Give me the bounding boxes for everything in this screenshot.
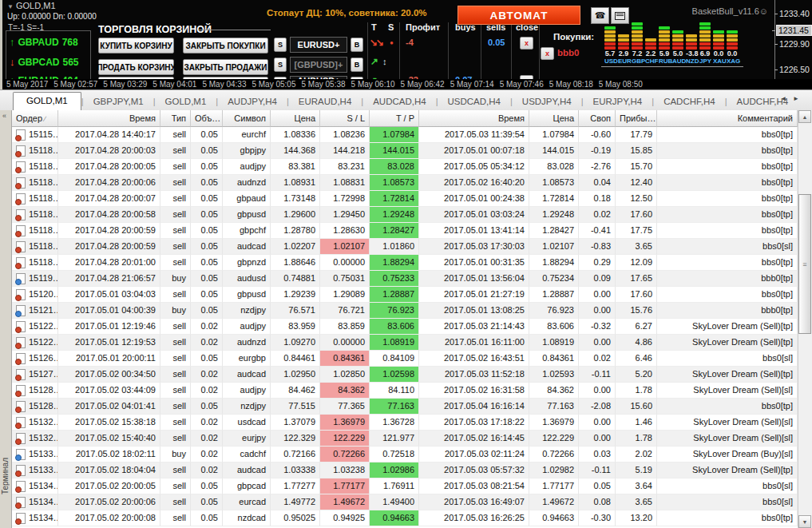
currency-code: GBP <box>632 58 643 65</box>
scroll-up-button[interactable]: ▲ <box>798 110 811 123</box>
cell: usdcad <box>223 415 271 431</box>
cell: 0.29 <box>579 255 616 271</box>
cell: sell <box>160 462 191 478</box>
table-row[interactable]: 15118…2017.04.28 20:00:05sell0.05audjpy8… <box>12 159 798 175</box>
table-row[interactable]: 15118…2017.04.28 20:00:58sell0.05gbpusd1… <box>12 207 798 223</box>
chart-tab[interactable]: EURAUD,H4 <box>289 94 361 110</box>
table-row[interactable]: 15122…2017.05.01 12:19:53sell0.02audnzd1… <box>12 335 798 351</box>
scroll-down-button[interactable]: ▼ <box>798 515 811 528</box>
close-buys-button[interactable]: ЗАКРЫТЬ ПОКУПКИ <box>183 38 268 54</box>
grid-separator <box>367 22 368 79</box>
column-header[interactable]: Время <box>58 110 160 127</box>
table-row[interactable]: 15118…2017.04.28 20:00:07sell0.05gbpaud1… <box>12 191 798 207</box>
table-row[interactable]: 15118…2017.04.28 20:00:06sell0.05audnzd1… <box>12 175 798 191</box>
cell: audusd <box>223 271 271 287</box>
table-row[interactable]: 15118…2017.04.28 20:00:59sell0.05gbpchf1… <box>12 223 798 239</box>
table-row[interactable]: 15126…2017.05.01 20:00:11sell0.05eurgbp0… <box>12 351 798 367</box>
table-row[interactable]: 15133…2017.05.02 18:02:11buy0.02cadchf0.… <box>12 447 798 462</box>
cell: 1.29450 <box>320 207 370 223</box>
vertical-scrollbar[interactable]: ▲ ▼ <box>798 110 812 528</box>
cell: 15118… <box>12 159 58 175</box>
cell: bbb0[tp] <box>657 303 798 319</box>
chart-tab[interactable]: GOLD,M1 <box>13 92 81 110</box>
column-header[interactable]: Объ… <box>191 110 223 127</box>
column-header[interactable]: Тип <box>160 110 191 127</box>
cell: 83.859 <box>320 319 370 335</box>
cell: 1.28427 <box>370 223 419 239</box>
cell: 83.606 <box>370 319 419 335</box>
tab-scroll-arrows[interactable]: ◄► <box>780 95 806 102</box>
cell: 0.00000 <box>320 335 370 351</box>
cell: 0.00 <box>579 303 616 319</box>
cell: 5.20 <box>616 367 657 383</box>
column-header[interactable]: Символ <box>223 110 271 127</box>
scrollbar-thumb[interactable] <box>798 194 811 334</box>
sell-symbol-button[interactable]: S <box>274 58 287 72</box>
cell: 1.08336 <box>271 127 320 143</box>
buy-symbol-button[interactable]: B <box>351 58 363 72</box>
cell: 2017.05.01 00:24:38 <box>419 191 529 207</box>
table-row[interactable]: 15118…2017.04.28 20:01:00sell0.05gbpnzd1… <box>12 255 798 271</box>
chart-tab[interactable]: USDJPY,H4 <box>513 94 581 110</box>
table-row[interactable]: 15133…2017.05.02 18:04:04sell0.02audcad1… <box>12 462 798 478</box>
cell: 0.75233 <box>370 271 419 287</box>
column-header[interactable]: Ордер ∕ <box>12 110 58 127</box>
table-row[interactable]: 15118…2017.04.28 20:00:03sell0.05gbpjpy1… <box>12 143 798 159</box>
cell: 144.015 <box>529 143 579 159</box>
close-row-button[interactable]: x <box>520 37 533 50</box>
cell: 12.40 <box>616 175 657 191</box>
cell: 1.03238 <box>320 462 370 478</box>
chart-tab[interactable]: AUDCAD,H4 <box>363 94 435 110</box>
table-row[interactable]: 15121…2017.05.01 04:00:39buy0.05nzdjpy76… <box>12 303 798 319</box>
chart-tab[interactable]: GOLD,M1 <box>156 94 216 110</box>
automat-button[interactable]: АВТОМАТ <box>457 6 580 25</box>
cell: 2017.05.02 16:40:20 <box>419 175 529 191</box>
table-row[interactable]: 15119…2017.04.28 21:06:57buy0.05audusd0.… <box>12 271 798 287</box>
chart-tab[interactable]: USDCAD,H4 <box>438 94 510 110</box>
cell: 83.028 <box>370 159 419 175</box>
table-row[interactable]: 15132…2017.05.02 15:38:18sell0.02usdcad1… <box>12 415 798 431</box>
table-row[interactable]: 15115…2017.04.28 14:40:17sell0.05eurchf1… <box>12 127 798 143</box>
table-row[interactable]: 15128…2017.05.02 03:44:09sell0.02audjpy8… <box>12 383 798 399</box>
column-header[interactable]: Своп <box>579 110 616 127</box>
table-row[interactable]: 15132…2017.05.02 15:40:40sell0.02eurjpy1… <box>12 431 798 447</box>
close-basket-button[interactable]: x <box>541 47 554 60</box>
table-row[interactable]: 15120…2017.05.01 03:04:03sell0.05gbpusd1… <box>12 287 798 303</box>
buy-symbol-button[interactable]: B <box>351 38 363 52</box>
column-header[interactable]: Комментарий <box>657 110 798 127</box>
table-row[interactable]: 15122…2017.05.01 12:19:46sell0.02audjpy8… <box>12 319 798 335</box>
strength-meter <box>604 5 742 50</box>
table-row[interactable]: 15128…2017.05.02 04:01:41sell0.05nzdjpy7… <box>12 399 798 415</box>
cell: buy <box>160 271 191 287</box>
table-row[interactable]: 15134…2017.05.02 20:00:08sell0.05nzdcad0… <box>12 510 798 526</box>
tab-scroll-left-icon[interactable]: ◄ <box>780 95 793 102</box>
sell-basket-button[interactable]: ПРОДАТЬ КОРЗИНУ <box>98 59 174 75</box>
cell: -2.08 <box>579 399 616 415</box>
table-row[interactable]: 15127…2017.05.02 00:34:50sell0.02audcad1… <box>12 367 798 383</box>
column-header[interactable]: T / P <box>370 110 419 127</box>
terminal-dock-strip[interactable]: « Терминал <box>0 110 12 528</box>
column-header[interactable]: Время <box>419 110 529 127</box>
strength-bar <box>659 26 670 50</box>
tab-scroll-right-icon[interactable]: ► <box>793 95 806 102</box>
chart-tab[interactable]: EURJPY,H4 <box>583 94 652 110</box>
cell: 76.923 <box>529 303 579 319</box>
collapse-icon[interactable]: « <box>2 112 6 120</box>
buy-basket-button[interactable]: КУПИТЬ КОРЗИНУ <box>98 38 174 54</box>
table-row[interactable]: 15118…2017.04.28 20:00:59sell0.05audcad1… <box>12 239 798 255</box>
table-row[interactable]: 15134…2017.05.02 20:00:05sell0.05gbpcad1… <box>12 478 798 494</box>
chart-tab[interactable]: GBPJPY,M1 <box>84 94 153 110</box>
chart-symbol-label[interactable]: ▼ GOLD,M1 <box>7 1 56 10</box>
cell: bbs0[sl] <box>657 351 798 367</box>
table-row[interactable]: 15134…2017.05.02 20:00:06sell0.05eurcad1… <box>12 494 798 510</box>
chart-tab[interactable]: CADCHF,H4 <box>654 94 725 110</box>
cell: sell <box>160 175 191 191</box>
column-header[interactable]: Цена <box>271 110 320 127</box>
chart-tab[interactable]: AUDJPY,H4 <box>218 94 287 110</box>
column-header[interactable]: S / L <box>320 110 370 127</box>
cell: 2017.05.01 13:08:25 <box>419 303 529 319</box>
column-header[interactable]: Цена <box>529 110 579 127</box>
column-header[interactable]: Прибы… <box>616 110 657 127</box>
sell-symbol-button[interactable]: S <box>274 38 287 52</box>
close-sells-button[interactable]: ЗАКРЫТЬ ПРОДАЖИ <box>183 59 268 75</box>
